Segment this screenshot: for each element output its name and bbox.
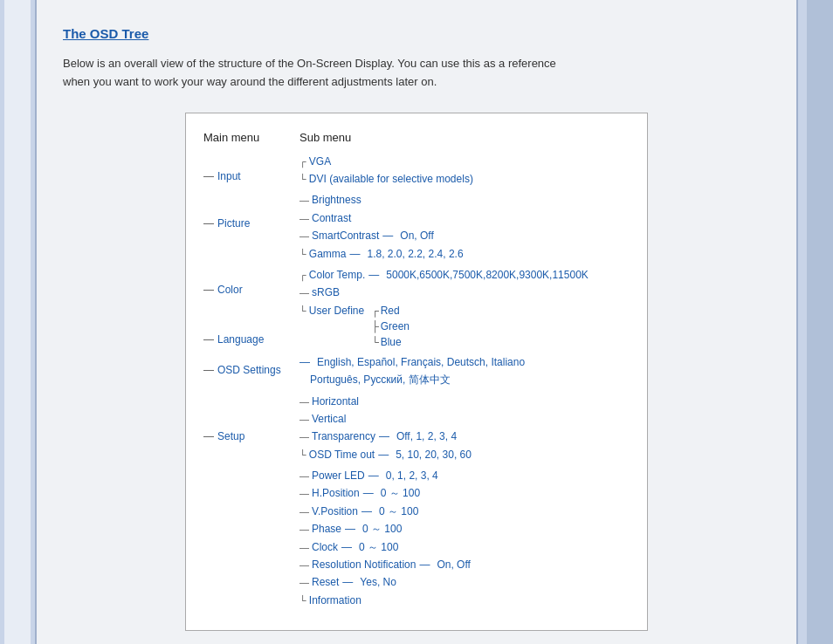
user-define-nested: ┌ Red ├ Green └ Blue [371, 303, 410, 350]
setup-label: Setup [217, 428, 244, 445]
clock-label: Clock [312, 538, 338, 556]
main-item-picture: — Picture [203, 216, 299, 232]
language-sub-group: — English, Español, Français, Deutsch, I… [299, 353, 630, 389]
input-sub-group: ┌ VGA └ DVI (available for selective mod… [299, 153, 630, 188]
main-item-language: — Language [203, 332, 299, 348]
setup-powerled: — Power LED — 0, 1, 2, 3, 4 [299, 467, 630, 484]
picture-gamma: └ Gamma — 1.8, 2.0, 2.2, 2.4, 2.6 [299, 245, 630, 263]
tree-body: — Input — Picture — Color — Language [203, 153, 630, 613]
branch-osd: — [203, 362, 214, 379]
left-sidebar [0, 0, 35, 644]
color-green: Green [381, 319, 410, 334]
input-vga: ┌ VGA [299, 153, 630, 170]
input-dvi: └ DVI (available for selective models) [299, 170, 630, 188]
color-sub-group: ┌ Color Temp. — 5000K,6500K,7500K,8200K,… [299, 266, 630, 350]
color-temp: ┌ Color Temp. — 5000K,6500K,7500K,8200K,… [299, 266, 630, 284]
sub-menu-header: Sub menu [299, 131, 630, 144]
branch-picture: — [203, 216, 214, 232]
branch-language: — [203, 332, 214, 348]
tree-header: Main menu Sub menu [203, 131, 630, 144]
setup-reset: — Reset — Yes, No [299, 573, 630, 591]
right-sidebar-inner [807, 0, 833, 644]
right-sidebar [798, 0, 833, 644]
osd-sub-group: — Horizontal — Vertical — Transparency —… [299, 393, 630, 464]
osd-transparency: — Transparency — Off, 1, 2, 3, 4 [299, 428, 630, 445]
main-item-color: — Color [203, 282, 299, 298]
setup-phase: — Phase — 0 ～ 100 [299, 520, 630, 538]
branch-color: — [203, 282, 214, 298]
main-menu-header: Main menu [203, 131, 299, 144]
osd-timeout: └ OSD Time out — 5, 10, 20, 30, 60 [299, 446, 630, 463]
osd-horizontal: — Horizontal [299, 393, 630, 410]
language-list2: Português, Русский, 简体中文 [299, 371, 630, 388]
main-item-osd: — OSD Settings [203, 362, 299, 379]
picture-brightness: — Brightness [299, 191, 630, 209]
description: Below is an overall view of the structur… [63, 55, 770, 92]
setup-hposition: — H.Position — 0 ～ 100 [299, 484, 630, 502]
setup-information: └ Information [299, 592, 630, 609]
input-label: Input [217, 168, 241, 185]
picture-contrast: — Contrast [299, 209, 630, 227]
osd-tree-container: Main menu Sub menu — Input — Picture — [185, 113, 648, 632]
setup-sub-group: — Power LED — 0, 1, 2, 3, 4 — H.Position… [299, 467, 630, 609]
osd-vertical: — Vertical [299, 410, 630, 428]
left-sidebar-inner [4, 0, 31, 644]
color-red: Red [381, 303, 400, 319]
color-srgb: — sRGB [299, 284, 630, 301]
setup-resolution: — Resolution Notification — On, Off [299, 556, 630, 573]
setup-clock: — Clock — 0 ～ 100 [299, 538, 630, 556]
color-blue: Blue [381, 334, 402, 350]
branch-input: — [203, 168, 214, 185]
page-title: The OSD Tree [63, 26, 770, 41]
sub-menu-col: ┌ VGA └ DVI (available for selective mod… [299, 153, 630, 613]
picture-smartcontrast: — SmartContrast — On, Off [299, 227, 630, 244]
main-menu-col: — Input — Picture — Color — Language [203, 153, 299, 613]
color-label: Color [217, 282, 243, 298]
main-content: The OSD Tree Below is an overall view of… [35, 0, 798, 644]
branch-setup: — [203, 428, 214, 445]
language-list1: — English, Español, Français, Deutsch, I… [299, 353, 630, 371]
picture-sub-group: — Brightness — Contrast — SmartContrast … [299, 191, 630, 263]
color-userdefine: └ User Define ┌ Red ├ Green [299, 302, 630, 350]
main-item-input: — Input [203, 168, 299, 185]
main-item-setup: — Setup [203, 428, 299, 445]
language-label: Language [217, 332, 264, 348]
picture-label: Picture [217, 216, 250, 232]
setup-vposition: — V.Position — 0 ～ 100 [299, 503, 630, 520]
osd-label: OSD Settings [217, 362, 281, 379]
